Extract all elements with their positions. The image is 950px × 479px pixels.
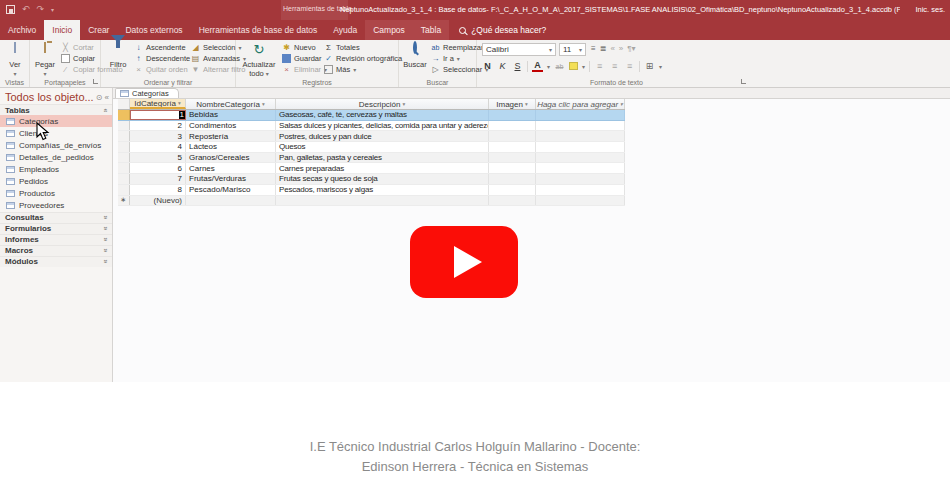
mas-button[interactable]: Más▾ (324, 64, 399, 75)
record-selector[interactable] (118, 185, 130, 195)
cell-nom[interactable] (186, 196, 276, 206)
sidebar-item-empleados[interactable]: Empleados (0, 163, 112, 175)
cell-des[interactable]: Carnes preparadas (276, 163, 489, 173)
record-selector[interactable] (118, 131, 130, 141)
select-all-corner[interactable] (118, 99, 130, 109)
cell-add[interactable] (536, 153, 625, 163)
sign-in-label[interactable]: Inic. ses. (915, 5, 945, 14)
font-size-select[interactable]: 11▾ (559, 43, 586, 56)
cell-img[interactable] (489, 163, 536, 173)
buscar-button[interactable]: Buscar (401, 42, 429, 69)
sidebar-section-macros[interactable]: Macros » (0, 245, 112, 256)
video-play-button[interactable] (410, 226, 518, 298)
chevron-icon[interactable]: » (103, 260, 110, 264)
column-header-idcategoria[interactable]: IdCategoría▾ (130, 99, 186, 109)
quitar-orden-button[interactable]: ×Quitar orden (134, 64, 189, 75)
cell-nom[interactable]: Frutas/Verduras (186, 174, 276, 184)
increase-indent-icon[interactable]: » (619, 44, 623, 53)
filtro-button[interactable]: Filtro (105, 42, 131, 69)
chevron-down-icon[interactable]: ▾ (178, 100, 181, 106)
avanzadas-button[interactable]: ▤Avanzadas▾ (191, 53, 236, 64)
align-left-icon[interactable]: ≡ (594, 60, 605, 72)
cell-des[interactable]: Frutas secas y queso de soja (276, 174, 489, 184)
cell-id[interactable]: 7 (130, 174, 186, 184)
column-header-add-field[interactable]: Haga clic para agregar▾ (536, 99, 625, 109)
chevron-down-icon[interactable]: ▾ (620, 101, 623, 107)
numbering-icon[interactable]: ≣ (600, 44, 607, 53)
bold-button[interactable]: N (482, 60, 493, 72)
cell-img[interactable] (489, 131, 536, 141)
chevron-down-icon[interactable]: ▾ (403, 101, 406, 107)
sidebar-item-detalles-de-pedidos[interactable]: Detalles_de_pedidos (0, 151, 112, 163)
revision-button[interactable]: ✓Revisión ortográfica (324, 53, 399, 64)
gridlines-icon[interactable]: ⊞ (644, 60, 655, 72)
cell-id[interactable]: 5 (130, 153, 186, 163)
cell-id[interactable]: 1 (130, 110, 186, 120)
cell-add[interactable] (536, 110, 625, 120)
tab-campos[interactable]: Campos (365, 20, 413, 40)
sidebar-section-formularios[interactable]: Formularios » (0, 223, 112, 234)
ascendente-button[interactable]: ↓Ascendente (134, 42, 189, 53)
seleccion-button[interactable]: ◢Selección▾ (191, 42, 236, 53)
alternar-filtro-button[interactable]: ▼Alternar filtro (191, 64, 236, 75)
cell-des[interactable]: Pescados, mariscos y algas (276, 185, 489, 195)
sidebar-item-productos[interactable]: Productos (0, 188, 112, 200)
tab-datos-externos[interactable]: Datos externos (117, 20, 190, 40)
chevron-icon[interactable]: » (103, 238, 110, 242)
undo-icon[interactable]: ↶ (22, 3, 30, 15)
record-selector[interactable] (118, 174, 130, 184)
sidebar-section-módulos[interactable]: Módulos » (0, 256, 112, 267)
record-selector[interactable] (118, 153, 130, 163)
chevron-icon[interactable]: » (103, 216, 110, 220)
decrease-indent-icon[interactable]: « (610, 44, 614, 53)
tab-herramientas-de-base-de-datos[interactable]: Herramientas de base de datos (191, 20, 326, 40)
copiar-button[interactable]: Copiar (61, 53, 101, 64)
cell-add[interactable] (536, 142, 625, 152)
column-header-imagen[interactable]: Imagen▾ (489, 99, 536, 109)
chevron-icon[interactable]: « (103, 108, 110, 112)
italic-button[interactable]: K (497, 60, 508, 72)
cell-add[interactable] (536, 185, 625, 195)
tab-ayuda[interactable]: Ayuda (325, 20, 365, 40)
sidebar-item-proveedores[interactable]: Proveedores (0, 200, 112, 212)
copiar-formato-button[interactable]: ⁄Copiar formato (61, 64, 101, 75)
align-right-icon[interactable]: ≡ (624, 60, 635, 72)
column-header-nombrecategoria[interactable]: NombreCategoría▾ (186, 99, 276, 109)
bullets-icon[interactable]: ≡ (591, 44, 596, 53)
cell-id[interactable]: 2 (130, 121, 186, 131)
cell-add[interactable] (536, 174, 625, 184)
chevron-down-icon[interactable]: ▾ (525, 101, 528, 107)
totales-button[interactable]: ΣTotales (324, 42, 399, 53)
align-center-icon[interactable]: ≡ (609, 60, 620, 72)
cell-add[interactable] (536, 163, 625, 173)
cell-des[interactable]: Quesos (276, 142, 489, 152)
tab-archivo[interactable]: Archivo (0, 20, 44, 40)
cell-add[interactable] (536, 121, 625, 131)
cell-img[interactable] (489, 153, 536, 163)
font-color-button[interactable]: A (532, 60, 543, 72)
cell-nom[interactable]: Repostería (186, 131, 276, 141)
cell-add[interactable] (536, 131, 625, 141)
column-header-descripcion[interactable]: Descripción▾ (276, 99, 489, 109)
pegar-button[interactable]: Pegar▾ (32, 42, 58, 79)
cell-add[interactable] (536, 196, 625, 206)
cell-id[interactable]: 3 (130, 131, 186, 141)
cell-des[interactable]: Gaseosas, café, té, cervezas y maltas (276, 110, 489, 120)
record-selector[interactable] (118, 121, 130, 131)
ver-button[interactable]: Ver▾ (2, 42, 28, 79)
cell-des[interactable]: Pan, galletas, pasta y cereales (276, 153, 489, 163)
table-row-new[interactable]: ∗(Nuevo) (118, 196, 625, 207)
reemplazar-button[interactable]: abReemplazar (431, 42, 477, 53)
record-selector[interactable] (118, 142, 130, 152)
chevron-icon[interactable]: » (103, 249, 110, 253)
nav-pane-menu-icon[interactable]: ⊙ (96, 93, 103, 102)
cell-nom[interactable]: Bebidas (186, 110, 276, 120)
cell-img[interactable] (489, 185, 536, 195)
cell-des[interactable] (276, 196, 489, 206)
tab-tabla[interactable]: Tabla (413, 20, 449, 40)
cell-nom[interactable]: Condimentos (186, 121, 276, 131)
chevron-down-icon[interactable]: ▾ (262, 101, 265, 107)
cell-nom[interactable]: Lácteos (186, 142, 276, 152)
sidebar-section-consultas[interactable]: Consultas » (0, 212, 112, 223)
nuevo-button[interactable]: ✱Nuevo (282, 42, 322, 53)
